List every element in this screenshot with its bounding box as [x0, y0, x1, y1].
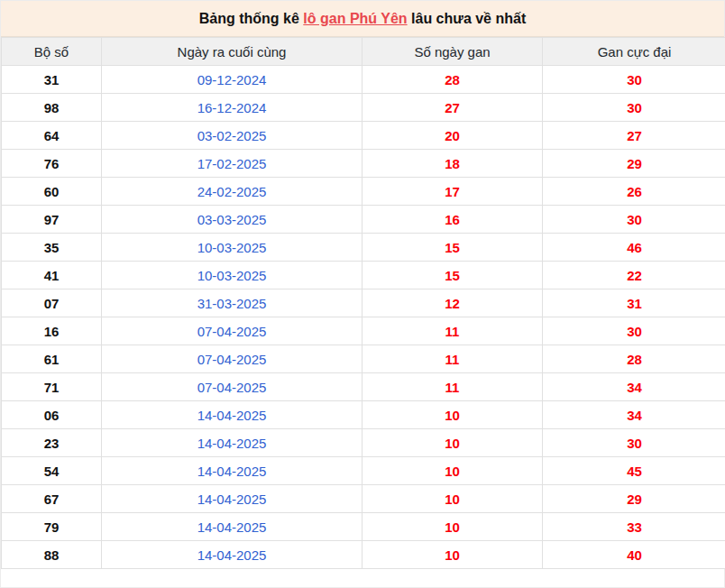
cell-bo-so: 31 — [2, 66, 102, 94]
column-header-gan-cuc-dai: Gan cực đại — [543, 38, 725, 66]
cell-bo-so: 71 — [2, 373, 102, 401]
cell-gan-cuc-dai: 30 — [543, 206, 725, 234]
cell-so-ngay-gan: 16 — [362, 206, 543, 234]
date-link[interactable]: 14-04-2025 — [197, 492, 267, 507]
date-link[interactable]: 07-04-2025 — [197, 380, 267, 395]
lo-gan-phu-yen-link[interactable]: lô gan Phú Yên — [303, 11, 407, 27]
date-link[interactable]: 14-04-2025 — [197, 519, 267, 535]
table-row: 6107-04-20251128 — [2, 345, 725, 373]
cell-bo-so: 07 — [2, 289, 102, 317]
table-body: 3109-12-202428309816-12-202427306403-02-… — [2, 66, 725, 569]
cell-bo-so: 54 — [2, 457, 102, 485]
cell-gan-cuc-dai: 40 — [543, 541, 725, 569]
table-row: 7914-04-20251033 — [2, 513, 725, 541]
cell-ngay-ra-cuoi-cung: 09-12-2024 — [102, 66, 362, 94]
cell-so-ngay-gan: 15 — [362, 234, 543, 262]
table-row: 7107-04-20251134 — [2, 373, 725, 401]
cell-ngay-ra-cuoi-cung: 14-04-2025 — [102, 485, 362, 513]
cell-ngay-ra-cuoi-cung: 24-02-2025 — [102, 178, 362, 206]
table-row: 0614-04-20251034 — [2, 401, 725, 429]
cell-so-ngay-gan: 20 — [362, 122, 543, 150]
cell-ngay-ra-cuoi-cung: 07-04-2025 — [102, 373, 362, 401]
cell-so-ngay-gan: 18 — [362, 150, 543, 178]
date-link[interactable]: 07-04-2025 — [197, 324, 267, 339]
cell-bo-so: 60 — [2, 178, 102, 206]
cell-gan-cuc-dai: 26 — [543, 178, 725, 206]
table-row: 3109-12-20242830 — [2, 66, 725, 94]
cell-so-ngay-gan: 10 — [362, 401, 543, 429]
cell-so-ngay-gan: 10 — [362, 541, 543, 569]
lo-gan-table: Bộ số Ngày ra cuối cùng Số ngày gan Gan … — [1, 37, 725, 569]
cell-ngay-ra-cuoi-cung: 17-02-2025 — [102, 150, 362, 178]
date-link[interactable]: 10-03-2025 — [197, 240, 267, 255]
date-link[interactable]: 03-03-2025 — [197, 212, 267, 227]
cell-so-ngay-gan: 27 — [362, 94, 543, 122]
date-link[interactable]: 17-02-2025 — [197, 156, 267, 171]
table-row: 5414-04-20251045 — [2, 457, 725, 485]
cell-bo-so: 16 — [2, 317, 102, 345]
cell-bo-so: 06 — [2, 401, 102, 429]
table-header-row: Bộ số Ngày ra cuối cùng Số ngày gan Gan … — [2, 38, 725, 66]
cell-so-ngay-gan: 10 — [362, 429, 543, 457]
cell-ngay-ra-cuoi-cung: 14-04-2025 — [102, 429, 362, 457]
cell-bo-so: 23 — [2, 429, 102, 457]
cell-gan-cuc-dai: 30 — [543, 429, 725, 457]
column-header-so-ngay-gan: Số ngày gan — [362, 38, 543, 66]
cell-so-ngay-gan: 15 — [362, 262, 543, 289]
column-header-bo-so: Bộ số — [2, 38, 102, 66]
table-row: 7617-02-20251829 — [2, 150, 725, 178]
cell-bo-so: 41 — [2, 262, 102, 289]
cell-gan-cuc-dai: 34 — [543, 401, 725, 429]
table-row: 6714-04-20251029 — [2, 485, 725, 513]
column-header-ngay-ra-cuoi-cung: Ngày ra cuối cùng — [102, 38, 362, 66]
cell-so-ngay-gan: 10 — [362, 485, 543, 513]
table-header: Bộ số Ngày ra cuối cùng Số ngày gan Gan … — [2, 38, 725, 66]
cell-bo-so: 67 — [2, 485, 102, 513]
date-link[interactable]: 03-02-2025 — [197, 128, 267, 143]
date-link[interactable]: 24-02-2025 — [197, 184, 267, 199]
cell-gan-cuc-dai: 46 — [543, 234, 725, 262]
date-link[interactable]: 16-12-2024 — [197, 100, 267, 115]
cell-bo-so: 98 — [2, 94, 102, 122]
cell-ngay-ra-cuoi-cung: 03-02-2025 — [102, 122, 362, 150]
cell-ngay-ra-cuoi-cung: 16-12-2024 — [102, 94, 362, 122]
cell-ngay-ra-cuoi-cung: 31-03-2025 — [102, 289, 362, 317]
date-link[interactable]: 14-04-2025 — [197, 547, 267, 563]
cell-bo-so: 79 — [2, 513, 102, 541]
cell-gan-cuc-dai: 29 — [543, 485, 725, 513]
cell-ngay-ra-cuoi-cung: 03-03-2025 — [102, 206, 362, 234]
date-link[interactable]: 14-04-2025 — [197, 464, 267, 479]
table-row: 0731-03-20251231 — [2, 289, 725, 317]
date-link[interactable]: 14-04-2025 — [197, 436, 267, 451]
table-row: 6024-02-20251726 — [2, 178, 725, 206]
date-link[interactable]: 09-12-2024 — [197, 72, 267, 87]
cell-ngay-ra-cuoi-cung: 07-04-2025 — [102, 317, 362, 345]
cell-gan-cuc-dai: 27 — [543, 122, 725, 150]
cell-ngay-ra-cuoi-cung: 14-04-2025 — [102, 457, 362, 485]
cell-gan-cuc-dai: 30 — [543, 66, 725, 94]
cell-ngay-ra-cuoi-cung: 07-04-2025 — [102, 345, 362, 373]
table-row: 1607-04-20251130 — [2, 317, 725, 345]
date-link[interactable]: 14-04-2025 — [197, 408, 267, 423]
cell-so-ngay-gan: 12 — [362, 289, 543, 317]
cell-so-ngay-gan: 17 — [362, 178, 543, 206]
cell-gan-cuc-dai: 22 — [543, 262, 725, 289]
cell-gan-cuc-dai: 30 — [543, 317, 725, 345]
cell-gan-cuc-dai: 34 — [543, 373, 725, 401]
cell-ngay-ra-cuoi-cung: 14-04-2025 — [102, 541, 362, 569]
cell-bo-so: 76 — [2, 150, 102, 178]
cell-so-ngay-gan: 11 — [362, 373, 543, 401]
cell-so-ngay-gan: 11 — [362, 345, 543, 373]
table-row: 3510-03-20251546 — [2, 234, 725, 262]
table-row: 9703-03-20251630 — [2, 206, 725, 234]
cell-gan-cuc-dai: 45 — [543, 457, 725, 485]
lo-gan-statistics-page: Bảng thống kê lô gan Phú Yên lâu chưa về… — [0, 0, 725, 588]
cell-bo-so: 35 — [2, 234, 102, 262]
table-row: 2314-04-20251030 — [2, 429, 725, 457]
cell-gan-cuc-dai: 29 — [543, 150, 725, 178]
date-link[interactable]: 07-04-2025 — [197, 352, 267, 367]
date-link[interactable]: 31-03-2025 — [197, 296, 267, 311]
cell-gan-cuc-dai: 31 — [543, 289, 725, 317]
date-link[interactable]: 10-03-2025 — [197, 268, 267, 283]
table-row: 8814-04-20251040 — [2, 541, 725, 569]
